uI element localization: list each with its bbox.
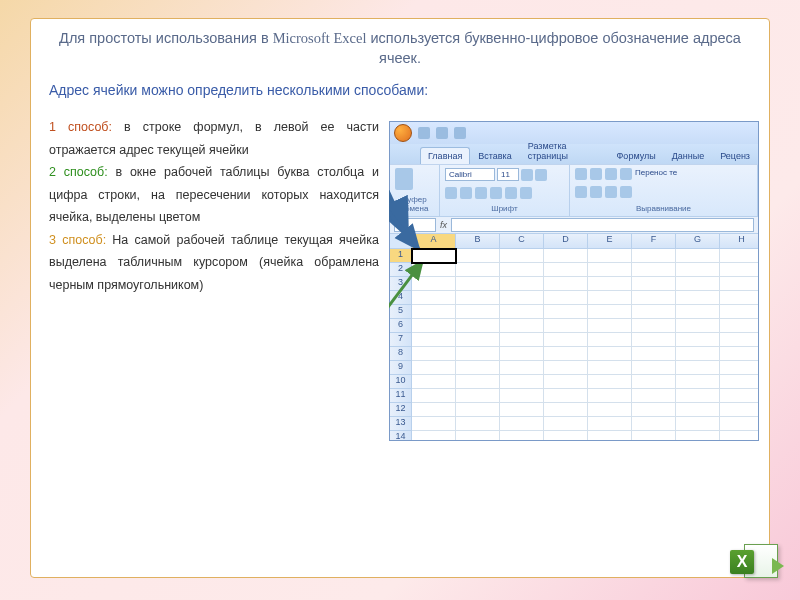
- cell-H14[interactable]: [720, 431, 759, 441]
- row-header-3[interactable]: 3: [390, 277, 412, 291]
- tab-insert[interactable]: Вставка: [470, 147, 519, 164]
- row-header-13[interactable]: 13: [390, 417, 412, 431]
- cell-F9[interactable]: [632, 361, 676, 375]
- font-size-select[interactable]: 11: [497, 168, 519, 181]
- tab-review[interactable]: Реценз: [712, 147, 758, 164]
- cell-D6[interactable]: [544, 319, 588, 333]
- cell-B14[interactable]: [456, 431, 500, 441]
- cell-A6[interactable]: [412, 319, 456, 333]
- cell-D5[interactable]: [544, 305, 588, 319]
- cell-F6[interactable]: [632, 319, 676, 333]
- align-bottom-icon[interactable]: [605, 168, 617, 180]
- cell-E5[interactable]: [588, 305, 632, 319]
- row-header-9[interactable]: 9: [390, 361, 412, 375]
- cell-A13[interactable]: [412, 417, 456, 431]
- cell-C5[interactable]: [500, 305, 544, 319]
- cell-D13[interactable]: [544, 417, 588, 431]
- cell-F4[interactable]: [632, 291, 676, 305]
- cell-B10[interactable]: [456, 375, 500, 389]
- row-header-10[interactable]: 10: [390, 375, 412, 389]
- cell-G6[interactable]: [676, 319, 720, 333]
- cell-D7[interactable]: [544, 333, 588, 347]
- cell-H9[interactable]: [720, 361, 759, 375]
- cell-F10[interactable]: [632, 375, 676, 389]
- cell-F1[interactable]: [632, 249, 676, 263]
- cell-D12[interactable]: [544, 403, 588, 417]
- font-name-select[interactable]: Calibri: [445, 168, 495, 181]
- col-header-E[interactable]: E: [588, 234, 632, 249]
- col-header-G[interactable]: G: [676, 234, 720, 249]
- cell-F11[interactable]: [632, 389, 676, 403]
- bold-icon[interactable]: [445, 187, 457, 199]
- cell-H1[interactable]: [720, 249, 759, 263]
- cell-A5[interactable]: [412, 305, 456, 319]
- cell-A3[interactable]: [412, 277, 456, 291]
- cell-G3[interactable]: [676, 277, 720, 291]
- cell-C8[interactable]: [500, 347, 544, 361]
- excel-logo-icon[interactable]: X: [730, 540, 778, 584]
- cell-C4[interactable]: [500, 291, 544, 305]
- qat-save-icon[interactable]: [418, 127, 430, 139]
- row-header-7[interactable]: 7: [390, 333, 412, 347]
- cell-E2[interactable]: [588, 263, 632, 277]
- cell-C11[interactable]: [500, 389, 544, 403]
- cell-C1[interactable]: [500, 249, 544, 263]
- grow-font-icon[interactable]: [521, 169, 533, 181]
- fx-icon[interactable]: fx: [440, 220, 447, 230]
- cell-C3[interactable]: [500, 277, 544, 291]
- cell-H6[interactable]: [720, 319, 759, 333]
- cell-B2[interactable]: [456, 263, 500, 277]
- row-header-2[interactable]: 2: [390, 263, 412, 277]
- cell-C10[interactable]: [500, 375, 544, 389]
- cell-B7[interactable]: [456, 333, 500, 347]
- row-header-1[interactable]: 1: [390, 249, 412, 263]
- cell-G2[interactable]: [676, 263, 720, 277]
- cell-A1[interactable]: [412, 249, 456, 263]
- cell-E12[interactable]: [588, 403, 632, 417]
- col-header-H[interactable]: H: [720, 234, 759, 249]
- cell-G10[interactable]: [676, 375, 720, 389]
- cell-G12[interactable]: [676, 403, 720, 417]
- cell-D9[interactable]: [544, 361, 588, 375]
- cell-B13[interactable]: [456, 417, 500, 431]
- cell-F2[interactable]: [632, 263, 676, 277]
- border-icon[interactable]: [490, 187, 502, 199]
- cell-C12[interactable]: [500, 403, 544, 417]
- cell-E6[interactable]: [588, 319, 632, 333]
- cell-D1[interactable]: [544, 249, 588, 263]
- cell-E9[interactable]: [588, 361, 632, 375]
- cell-C9[interactable]: [500, 361, 544, 375]
- cell-D10[interactable]: [544, 375, 588, 389]
- cell-D2[interactable]: [544, 263, 588, 277]
- cell-D4[interactable]: [544, 291, 588, 305]
- col-header-A[interactable]: A: [412, 234, 456, 249]
- cell-B4[interactable]: [456, 291, 500, 305]
- paste-icon[interactable]: [395, 168, 413, 190]
- cell-G1[interactable]: [676, 249, 720, 263]
- cell-F13[interactable]: [632, 417, 676, 431]
- cell-G11[interactable]: [676, 389, 720, 403]
- cell-B12[interactable]: [456, 403, 500, 417]
- align-middle-icon[interactable]: [590, 168, 602, 180]
- cell-C7[interactable]: [500, 333, 544, 347]
- italic-icon[interactable]: [460, 187, 472, 199]
- cell-C2[interactable]: [500, 263, 544, 277]
- cell-A7[interactable]: [412, 333, 456, 347]
- cell-E8[interactable]: [588, 347, 632, 361]
- cell-B9[interactable]: [456, 361, 500, 375]
- cell-H12[interactable]: [720, 403, 759, 417]
- cell-G7[interactable]: [676, 333, 720, 347]
- formula-bar[interactable]: [451, 218, 754, 232]
- cell-A14[interactable]: [412, 431, 456, 441]
- cell-B1[interactable]: [456, 249, 500, 263]
- cell-G8[interactable]: [676, 347, 720, 361]
- cell-A8[interactable]: [412, 347, 456, 361]
- cell-C14[interactable]: [500, 431, 544, 441]
- cell-E1[interactable]: [588, 249, 632, 263]
- cell-H11[interactable]: [720, 389, 759, 403]
- cell-H10[interactable]: [720, 375, 759, 389]
- col-header-C[interactable]: C: [500, 234, 544, 249]
- wrap-text-icon[interactable]: [620, 168, 632, 180]
- col-header-F[interactable]: F: [632, 234, 676, 249]
- row-header-14[interactable]: 14: [390, 431, 412, 441]
